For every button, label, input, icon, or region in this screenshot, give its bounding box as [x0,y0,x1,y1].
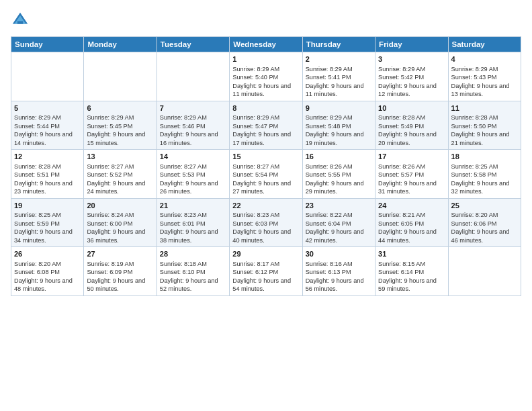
day-number: 23 [306,201,372,211]
calendar-cell [448,247,521,296]
calendar-cell [11,52,84,101]
cell-content: 12Sunrise: 8:28 AMSunset: 5:51 PMDayligh… [14,152,81,196]
cell-content: 30Sunrise: 8:16 AMSunset: 6:13 PMDayligh… [306,249,372,293]
cell-content: 5Sunrise: 8:29 AMSunset: 5:44 PMDaylight… [14,103,81,148]
cell-content: 7Sunrise: 8:29 AMSunset: 5:46 PMDaylight… [160,103,226,148]
day-number: 26 [14,249,81,259]
day-number: 24 [378,201,445,211]
weekday-header-thursday: Thursday [302,37,375,52]
calendar-cell [157,52,229,101]
calendar-week-row: 1Sunrise: 8:29 AMSunset: 5:40 PMDaylight… [11,52,521,101]
cell-content: 8Sunrise: 8:29 AMSunset: 5:47 PMDaylight… [232,103,299,148]
day-number: 8 [232,103,299,113]
calendar-cell: 3Sunrise: 8:29 AMSunset: 5:42 PMDaylight… [375,52,448,101]
cell-content: 31Sunrise: 8:15 AMSunset: 6:14 PMDayligh… [378,249,445,293]
calendar-cell: 16Sunrise: 8:26 AMSunset: 5:55 PMDayligh… [302,150,375,199]
calendar-cell: 12Sunrise: 8:28 AMSunset: 5:51 PMDayligh… [11,150,84,199]
calendar-cell: 29Sunrise: 8:17 AMSunset: 6:12 PMDayligh… [230,247,302,296]
svg-rect-2 [17,21,23,24]
day-number: 30 [306,249,372,259]
day-number: 28 [160,249,226,259]
page: SundayMondayTuesdayWednesdayThursdayFrid… [0,0,532,411]
calendar-cell: 23Sunrise: 8:22 AMSunset: 6:04 PMDayligh… [302,198,375,247]
cell-content: 4Sunrise: 8:29 AMSunset: 5:43 PMDaylight… [451,54,518,99]
weekday-header-tuesday: Tuesday [157,37,229,52]
calendar-cell: 17Sunrise: 8:26 AMSunset: 5:57 PMDayligh… [375,150,448,199]
calendar-cell: 4Sunrise: 8:29 AMSunset: 5:43 PMDaylight… [448,52,521,101]
cell-content: 10Sunrise: 8:28 AMSunset: 5:49 PMDayligh… [378,103,445,148]
calendar-cell: 11Sunrise: 8:28 AMSunset: 5:50 PMDayligh… [448,101,521,150]
calendar-cell: 15Sunrise: 8:27 AMSunset: 5:54 PMDayligh… [230,150,302,199]
weekday-header-wednesday: Wednesday [230,37,302,52]
calendar-cell [84,52,157,101]
day-number: 10 [378,103,445,113]
cell-content: 15Sunrise: 8:27 AMSunset: 5:54 PMDayligh… [232,152,299,196]
calendar-cell: 20Sunrise: 8:24 AMSunset: 6:00 PMDayligh… [84,198,157,247]
logo-icon [11,11,30,30]
day-number: 4 [451,54,518,64]
day-number: 9 [306,103,372,113]
day-number: 29 [232,249,299,259]
day-number: 31 [378,249,445,259]
calendar-cell: 24Sunrise: 8:21 AMSunset: 6:05 PMDayligh… [375,198,448,247]
calendar-table: SundayMondayTuesdayWednesdayThursdayFrid… [11,36,521,296]
calendar-cell: 21Sunrise: 8:23 AMSunset: 6:01 PMDayligh… [157,198,229,247]
cell-content: 18Sunrise: 8:25 AMSunset: 5:58 PMDayligh… [451,152,518,196]
calendar-cell: 9Sunrise: 8:29 AMSunset: 5:48 PMDaylight… [302,101,375,150]
day-number: 2 [306,54,372,64]
cell-content: 14Sunrise: 8:27 AMSunset: 5:53 PMDayligh… [160,152,226,196]
cell-content: 17Sunrise: 8:26 AMSunset: 5:57 PMDayligh… [378,152,445,196]
calendar-cell: 8Sunrise: 8:29 AMSunset: 5:47 PMDaylight… [230,101,302,150]
calendar-week-row: 12Sunrise: 8:28 AMSunset: 5:51 PMDayligh… [11,150,521,199]
weekday-header-friday: Friday [375,37,448,52]
calendar-cell: 2Sunrise: 8:29 AMSunset: 5:41 PMDaylight… [302,52,375,101]
day-number: 27 [87,249,153,259]
calendar-cell: 5Sunrise: 8:29 AMSunset: 5:44 PMDaylight… [11,101,84,150]
calendar-cell: 6Sunrise: 8:29 AMSunset: 5:45 PMDaylight… [84,101,157,150]
calendar-cell: 30Sunrise: 8:16 AMSunset: 6:13 PMDayligh… [302,247,375,296]
weekday-header-row: SundayMondayTuesdayWednesdayThursdayFrid… [11,37,521,52]
day-number: 25 [451,201,518,211]
cell-content: 25Sunrise: 8:20 AMSunset: 6:06 PMDayligh… [451,201,518,245]
day-number: 6 [87,103,153,113]
cell-content: 11Sunrise: 8:28 AMSunset: 5:50 PMDayligh… [451,103,518,148]
header [11,11,521,30]
cell-content: 27Sunrise: 8:19 AMSunset: 6:09 PMDayligh… [87,249,153,293]
calendar-cell: 10Sunrise: 8:28 AMSunset: 5:49 PMDayligh… [375,101,448,150]
cell-content: 19Sunrise: 8:25 AMSunset: 5:59 PMDayligh… [14,201,81,245]
calendar-cell: 7Sunrise: 8:29 AMSunset: 5:46 PMDaylight… [157,101,229,150]
cell-content: 9Sunrise: 8:29 AMSunset: 5:48 PMDaylight… [306,103,372,148]
calendar-week-row: 5Sunrise: 8:29 AMSunset: 5:44 PMDaylight… [11,101,521,150]
day-number: 12 [14,152,81,162]
day-number: 14 [160,152,226,162]
calendar-week-row: 26Sunrise: 8:20 AMSunset: 6:08 PMDayligh… [11,247,521,296]
cell-content: 21Sunrise: 8:23 AMSunset: 6:01 PMDayligh… [160,201,226,245]
cell-content: 28Sunrise: 8:18 AMSunset: 6:10 PMDayligh… [160,249,226,293]
logo [11,11,32,30]
calendar-cell: 14Sunrise: 8:27 AMSunset: 5:53 PMDayligh… [157,150,229,199]
day-number: 19 [14,201,81,211]
calendar-cell: 25Sunrise: 8:20 AMSunset: 6:06 PMDayligh… [448,198,521,247]
calendar-cell: 18Sunrise: 8:25 AMSunset: 5:58 PMDayligh… [448,150,521,199]
calendar-cell: 1Sunrise: 8:29 AMSunset: 5:40 PMDaylight… [230,52,302,101]
day-number: 20 [87,201,153,211]
cell-content: 22Sunrise: 8:23 AMSunset: 6:03 PMDayligh… [232,201,299,245]
calendar-cell: 19Sunrise: 8:25 AMSunset: 5:59 PMDayligh… [11,198,84,247]
cell-content: 6Sunrise: 8:29 AMSunset: 5:45 PMDaylight… [87,103,153,148]
weekday-header-saturday: Saturday [448,37,521,52]
calendar-cell: 27Sunrise: 8:19 AMSunset: 6:09 PMDayligh… [84,247,157,296]
day-number: 22 [232,201,299,211]
cell-content: 24Sunrise: 8:21 AMSunset: 6:05 PMDayligh… [378,201,445,245]
cell-content: 13Sunrise: 8:27 AMSunset: 5:52 PMDayligh… [87,152,153,196]
cell-content: 2Sunrise: 8:29 AMSunset: 5:41 PMDaylight… [306,54,372,99]
calendar-cell: 31Sunrise: 8:15 AMSunset: 6:14 PMDayligh… [375,247,448,296]
day-number: 16 [306,152,372,162]
calendar-cell: 28Sunrise: 8:18 AMSunset: 6:10 PMDayligh… [157,247,229,296]
calendar-cell: 22Sunrise: 8:23 AMSunset: 6:03 PMDayligh… [230,198,302,247]
cell-content: 29Sunrise: 8:17 AMSunset: 6:12 PMDayligh… [232,249,299,293]
day-number: 13 [87,152,153,162]
cell-content: 3Sunrise: 8:29 AMSunset: 5:42 PMDaylight… [378,54,445,99]
day-number: 21 [160,201,226,211]
calendar-week-row: 19Sunrise: 8:25 AMSunset: 5:59 PMDayligh… [11,198,521,247]
day-number: 18 [451,152,518,162]
